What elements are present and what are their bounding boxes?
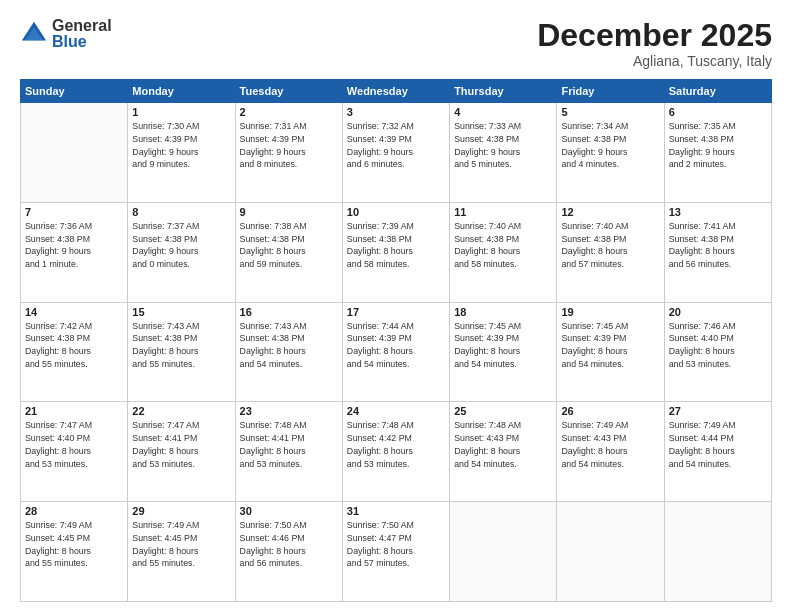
logo: General Blue xyxy=(20,18,112,50)
day-number: 13 xyxy=(669,206,767,218)
day-info: Sunrise: 7:47 AM Sunset: 4:40 PM Dayligh… xyxy=(25,419,123,470)
day-number: 2 xyxy=(240,106,338,118)
day-info: Sunrise: 7:40 AM Sunset: 4:38 PM Dayligh… xyxy=(561,220,659,271)
day-number: 20 xyxy=(669,306,767,318)
calendar-cell xyxy=(664,502,771,602)
calendar-cell: 5Sunrise: 7:34 AM Sunset: 4:38 PM Daylig… xyxy=(557,103,664,203)
day-info: Sunrise: 7:43 AM Sunset: 4:38 PM Dayligh… xyxy=(240,320,338,371)
day-number: 30 xyxy=(240,505,338,517)
calendar-cell: 9Sunrise: 7:38 AM Sunset: 4:38 PM Daylig… xyxy=(235,202,342,302)
calendar-cell: 13Sunrise: 7:41 AM Sunset: 4:38 PM Dayli… xyxy=(664,202,771,302)
day-info: Sunrise: 7:41 AM Sunset: 4:38 PM Dayligh… xyxy=(669,220,767,271)
day-info: Sunrise: 7:42 AM Sunset: 4:38 PM Dayligh… xyxy=(25,320,123,371)
day-info: Sunrise: 7:44 AM Sunset: 4:39 PM Dayligh… xyxy=(347,320,445,371)
day-info: Sunrise: 7:31 AM Sunset: 4:39 PM Dayligh… xyxy=(240,120,338,171)
calendar-cell: 2Sunrise: 7:31 AM Sunset: 4:39 PM Daylig… xyxy=(235,103,342,203)
day-info: Sunrise: 7:46 AM Sunset: 4:40 PM Dayligh… xyxy=(669,320,767,371)
day-number: 12 xyxy=(561,206,659,218)
day-info: Sunrise: 7:35 AM Sunset: 4:38 PM Dayligh… xyxy=(669,120,767,171)
day-number: 7 xyxy=(25,206,123,218)
header-row: Sunday Monday Tuesday Wednesday Thursday… xyxy=(21,80,772,103)
calendar-cell: 11Sunrise: 7:40 AM Sunset: 4:38 PM Dayli… xyxy=(450,202,557,302)
day-info: Sunrise: 7:33 AM Sunset: 4:38 PM Dayligh… xyxy=(454,120,552,171)
day-number: 29 xyxy=(132,505,230,517)
month-title: December 2025 xyxy=(537,18,772,53)
logo-text: General Blue xyxy=(52,18,112,50)
calendar-cell: 20Sunrise: 7:46 AM Sunset: 4:40 PM Dayli… xyxy=(664,302,771,402)
calendar-table: Sunday Monday Tuesday Wednesday Thursday… xyxy=(20,79,772,602)
day-number: 17 xyxy=(347,306,445,318)
day-info: Sunrise: 7:38 AM Sunset: 4:38 PM Dayligh… xyxy=(240,220,338,271)
day-info: Sunrise: 7:30 AM Sunset: 4:39 PM Dayligh… xyxy=(132,120,230,171)
calendar-cell: 1Sunrise: 7:30 AM Sunset: 4:39 PM Daylig… xyxy=(128,103,235,203)
day-info: Sunrise: 7:49 AM Sunset: 4:45 PM Dayligh… xyxy=(132,519,230,570)
calendar-cell: 23Sunrise: 7:48 AM Sunset: 4:41 PM Dayli… xyxy=(235,402,342,502)
calendar-cell: 30Sunrise: 7:50 AM Sunset: 4:46 PM Dayli… xyxy=(235,502,342,602)
calendar-cell xyxy=(450,502,557,602)
calendar-cell: 25Sunrise: 7:48 AM Sunset: 4:43 PM Dayli… xyxy=(450,402,557,502)
day-number: 6 xyxy=(669,106,767,118)
day-info: Sunrise: 7:40 AM Sunset: 4:38 PM Dayligh… xyxy=(454,220,552,271)
day-info: Sunrise: 7:48 AM Sunset: 4:41 PM Dayligh… xyxy=(240,419,338,470)
header: General Blue December 2025 Agliana, Tusc… xyxy=(20,18,772,69)
day-info: Sunrise: 7:34 AM Sunset: 4:38 PM Dayligh… xyxy=(561,120,659,171)
day-info: Sunrise: 7:50 AM Sunset: 4:47 PM Dayligh… xyxy=(347,519,445,570)
day-number: 21 xyxy=(25,405,123,417)
day-info: Sunrise: 7:48 AM Sunset: 4:42 PM Dayligh… xyxy=(347,419,445,470)
calendar-cell: 10Sunrise: 7:39 AM Sunset: 4:38 PM Dayli… xyxy=(342,202,449,302)
day-info: Sunrise: 7:49 AM Sunset: 4:43 PM Dayligh… xyxy=(561,419,659,470)
day-info: Sunrise: 7:47 AM Sunset: 4:41 PM Dayligh… xyxy=(132,419,230,470)
day-number: 4 xyxy=(454,106,552,118)
calendar-cell: 4Sunrise: 7:33 AM Sunset: 4:38 PM Daylig… xyxy=(450,103,557,203)
calendar-cell: 3Sunrise: 7:32 AM Sunset: 4:39 PM Daylig… xyxy=(342,103,449,203)
week-row-3: 14Sunrise: 7:42 AM Sunset: 4:38 PM Dayli… xyxy=(21,302,772,402)
day-number: 19 xyxy=(561,306,659,318)
header-tuesday: Tuesday xyxy=(235,80,342,103)
calendar-cell: 28Sunrise: 7:49 AM Sunset: 4:45 PM Dayli… xyxy=(21,502,128,602)
calendar-cell: 22Sunrise: 7:47 AM Sunset: 4:41 PM Dayli… xyxy=(128,402,235,502)
day-info: Sunrise: 7:32 AM Sunset: 4:39 PM Dayligh… xyxy=(347,120,445,171)
calendar-cell: 31Sunrise: 7:50 AM Sunset: 4:47 PM Dayli… xyxy=(342,502,449,602)
day-number: 24 xyxy=(347,405,445,417)
calendar-cell: 18Sunrise: 7:45 AM Sunset: 4:39 PM Dayli… xyxy=(450,302,557,402)
day-number: 25 xyxy=(454,405,552,417)
week-row-2: 7Sunrise: 7:36 AM Sunset: 4:38 PM Daylig… xyxy=(21,202,772,302)
logo-icon xyxy=(20,20,48,48)
calendar-cell: 26Sunrise: 7:49 AM Sunset: 4:43 PM Dayli… xyxy=(557,402,664,502)
day-number: 18 xyxy=(454,306,552,318)
subtitle: Agliana, Tuscany, Italy xyxy=(537,53,772,69)
day-info: Sunrise: 7:36 AM Sunset: 4:38 PM Dayligh… xyxy=(25,220,123,271)
calendar-cell: 29Sunrise: 7:49 AM Sunset: 4:45 PM Dayli… xyxy=(128,502,235,602)
title-block: December 2025 Agliana, Tuscany, Italy xyxy=(537,18,772,69)
day-number: 8 xyxy=(132,206,230,218)
calendar-cell xyxy=(557,502,664,602)
calendar-cell: 8Sunrise: 7:37 AM Sunset: 4:38 PM Daylig… xyxy=(128,202,235,302)
day-number: 5 xyxy=(561,106,659,118)
day-info: Sunrise: 7:50 AM Sunset: 4:46 PM Dayligh… xyxy=(240,519,338,570)
logo-general-text: General xyxy=(52,18,112,34)
day-number: 16 xyxy=(240,306,338,318)
week-row-5: 28Sunrise: 7:49 AM Sunset: 4:45 PM Dayli… xyxy=(21,502,772,602)
day-number: 31 xyxy=(347,505,445,517)
day-info: Sunrise: 7:43 AM Sunset: 4:38 PM Dayligh… xyxy=(132,320,230,371)
day-number: 22 xyxy=(132,405,230,417)
week-row-1: 1Sunrise: 7:30 AM Sunset: 4:39 PM Daylig… xyxy=(21,103,772,203)
header-wednesday: Wednesday xyxy=(342,80,449,103)
day-info: Sunrise: 7:39 AM Sunset: 4:38 PM Dayligh… xyxy=(347,220,445,271)
calendar-cell: 21Sunrise: 7:47 AM Sunset: 4:40 PM Dayli… xyxy=(21,402,128,502)
day-number: 23 xyxy=(240,405,338,417)
day-info: Sunrise: 7:49 AM Sunset: 4:44 PM Dayligh… xyxy=(669,419,767,470)
day-number: 15 xyxy=(132,306,230,318)
day-number: 28 xyxy=(25,505,123,517)
header-saturday: Saturday xyxy=(664,80,771,103)
header-friday: Friday xyxy=(557,80,664,103)
day-number: 9 xyxy=(240,206,338,218)
calendar-cell: 17Sunrise: 7:44 AM Sunset: 4:39 PM Dayli… xyxy=(342,302,449,402)
calendar-header: Sunday Monday Tuesday Wednesday Thursday… xyxy=(21,80,772,103)
day-number: 26 xyxy=(561,405,659,417)
calendar-cell: 24Sunrise: 7:48 AM Sunset: 4:42 PM Dayli… xyxy=(342,402,449,502)
header-monday: Monday xyxy=(128,80,235,103)
day-number: 10 xyxy=(347,206,445,218)
header-sunday: Sunday xyxy=(21,80,128,103)
logo-blue-text: Blue xyxy=(52,34,112,50)
